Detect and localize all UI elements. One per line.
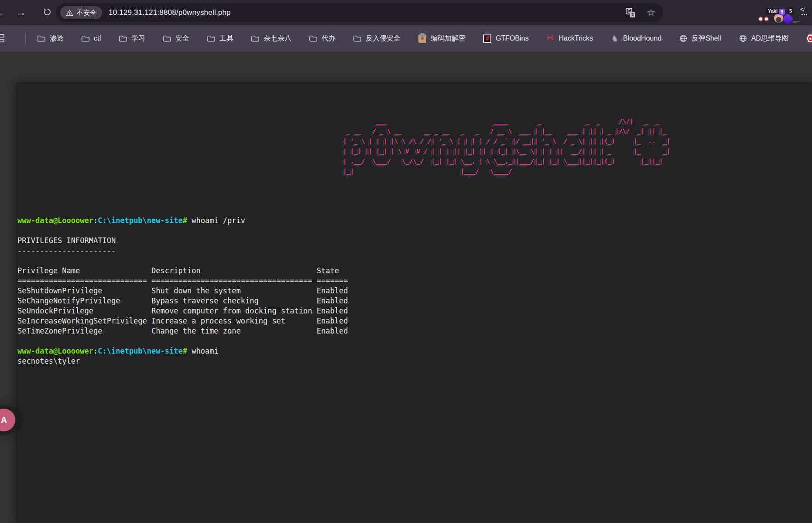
folder-icon	[309, 34, 318, 43]
side-panel-icon[interactable]	[0, 34, 5, 43]
forward-icon[interactable]: →	[16, 6, 26, 18]
bookmarks-divider	[25, 33, 26, 44]
bookmark-label: 反入侵安全	[366, 34, 401, 43]
shell-terminal[interactable]: ___ ____ _ _ _ /\/| _ _ _ __ / _ \ __ __…	[16, 82, 812, 523]
bookmarks-bar: 渗透ctf学习安全工具杂七杂八代办反入侵安全编码加解密#GTFOBinsHack…	[0, 25, 812, 52]
gtfobins-icon: #	[483, 34, 492, 43]
translate-icon[interactable]: G文	[626, 8, 635, 17]
bloodhound-icon: ♞	[610, 34, 619, 43]
extension-badge: 5	[788, 8, 794, 14]
security-chip[interactable]: 不安全	[60, 6, 102, 19]
reload-icon[interactable]	[43, 7, 52, 17]
bookmark-label: BloodHound	[623, 34, 661, 42]
bookmark-label: 反弹Shell	[692, 34, 721, 43]
hacktricks-icon	[546, 34, 555, 43]
bookmark-item-15[interactable]: H	[806, 34, 812, 43]
folder-icon	[119, 34, 127, 43]
cat-clipboard-icon	[418, 34, 427, 43]
bookmark-item-3[interactable]: 学习	[119, 34, 145, 43]
bookmark-item-2[interactable]: ctf	[81, 34, 101, 43]
bookmark-star-icon[interactable]: ☆	[647, 8, 655, 17]
bookmark-label: 代办	[322, 34, 336, 43]
translate-fab[interactable]: A	[0, 409, 15, 431]
shell-banner: ___ ____ _ _ _ /\/| _ _ _ __ / _ \ __ __…	[343, 116, 812, 176]
browser-toolbar: ← → 不安全 10.129.31.121:8808/p0wnyshell.ph…	[0, 0, 812, 25]
bookmark-item-10[interactable]: #GTFOBins	[483, 34, 529, 43]
hexagon-icon	[806, 34, 812, 43]
bookmark-item-14[interactable]: AD思维导图	[739, 34, 789, 43]
bookmark-label: HackTricks	[558, 34, 593, 42]
bookmark-item-12[interactable]: ♞BloodHound	[610, 34, 661, 43]
security-chip-label: 不安全	[77, 9, 96, 17]
bookmark-item-8[interactable]: 反入侵安全	[353, 34, 401, 43]
bookmark-label: 学习	[131, 34, 145, 43]
bookmark-item-5[interactable]: 工具	[207, 34, 233, 43]
address-bar[interactable]: 不安全 10.129.31.121:8808/p0wnyshell.php G文…	[56, 3, 663, 22]
bookmark-label: 编码加解密	[431, 34, 466, 43]
folder-icon	[251, 34, 260, 43]
bookmark-item-13[interactable]: 反弹Shell	[679, 34, 721, 43]
globe-icon	[679, 34, 688, 43]
folder-icon	[353, 34, 362, 43]
bookmark-label: GTFOBins	[496, 34, 529, 42]
browser-window: { "browser": { "toolbar": { "security_ch…	[0, 0, 812, 523]
bookmark-item-4[interactable]: 安全	[163, 34, 189, 43]
bookmark-label: 安全	[175, 34, 189, 43]
folder-icon	[81, 34, 90, 43]
bookmark-label: 杂七杂八	[264, 34, 291, 43]
bookmark-item-6[interactable]: 杂七杂八	[251, 34, 291, 43]
extensions-area: Yaki95</>	[764, 0, 809, 25]
url-text: 10.129.31.121:8808/p0wnyshell.php	[109, 8, 231, 17]
bookmark-item-7[interactable]: 代办	[309, 34, 336, 43]
bookmark-label: 渗透	[50, 34, 64, 43]
back-icon[interactable]: ←	[0, 6, 4, 18]
warning-icon	[66, 10, 73, 16]
shell-output: www-data@Loooower:C:\inetpub\new-site# w…	[16, 216, 812, 366]
bookmark-item-11[interactable]: HackTricks	[546, 34, 593, 43]
bookmark-label: 工具	[219, 34, 233, 43]
folder-icon	[163, 34, 171, 43]
bookmark-label: ctf	[94, 34, 101, 42]
folder-icon	[37, 34, 46, 43]
folder-icon	[207, 34, 216, 43]
page-viewport: ___ ____ _ _ _ /\/| _ _ _ __ / _ \ __ __…	[0, 52, 812, 523]
globe-icon	[739, 34, 747, 43]
bookmark-label: AD思维导图	[751, 34, 789, 43]
bookmark-item-1[interactable]: 渗透	[37, 34, 64, 43]
extension-badge: 9	[779, 9, 785, 15]
bookmark-item-9[interactable]: 编码加解密	[418, 34, 466, 43]
